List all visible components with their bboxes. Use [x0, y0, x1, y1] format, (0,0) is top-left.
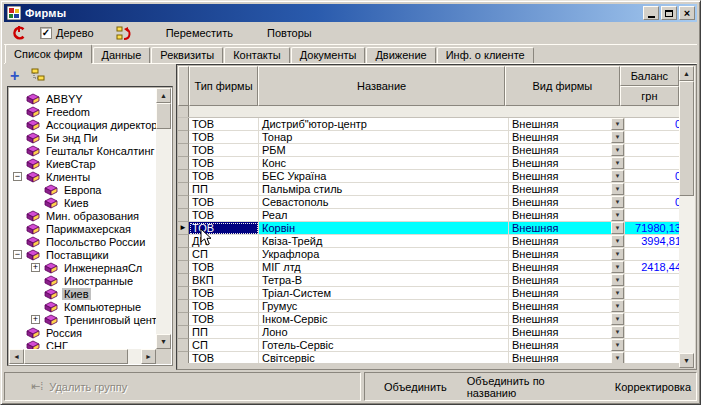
tree-scroll-up-icon[interactable]: ▲: [156, 88, 171, 103]
cell-type[interactable]: ВКП: [189, 274, 259, 287]
tree-item[interactable]: Европа: [9, 183, 156, 196]
cell-name[interactable]: Тетра-В: [259, 274, 509, 287]
cell-name[interactable]: БЕС Україна: [259, 170, 509, 183]
row-selector[interactable]: [178, 352, 189, 363]
cell-name[interactable]: Корвін: [259, 222, 509, 235]
row-selector[interactable]: [178, 339, 189, 352]
cell-kind[interactable]: Внешняя▼: [509, 222, 625, 235]
column-header-kind[interactable]: Вид фирмы: [505, 66, 620, 106]
cell-name[interactable]: Квіза-Трейд: [259, 235, 509, 248]
cell-type[interactable]: ТОВ: [189, 144, 259, 157]
tree-item[interactable]: Россия: [9, 326, 156, 339]
cell-name[interactable]: Тріал-Систем: [259, 287, 509, 300]
table-scroll-thumb[interactable]: [679, 81, 694, 196]
column-header-type[interactable]: Тип фирмы: [189, 66, 258, 106]
cell-kind[interactable]: Внешняя▼: [509, 248, 625, 261]
tree-structure-icon[interactable]: [31, 67, 47, 85]
cell-kind[interactable]: Внешняя▼: [509, 157, 625, 170]
cell-kind[interactable]: Внешняя▼: [509, 274, 625, 287]
cell-name[interactable]: Дистриб"ютор-центр: [259, 118, 509, 131]
table-row[interactable]: ВКПТетра-ВВнешняя▼: [178, 274, 679, 287]
table-row[interactable]: ТОВТріал-СистемВнешняя▼: [178, 287, 679, 300]
cell-type[interactable]: ТОВ: [189, 209, 259, 222]
cell-balance[interactable]: 3994,81: [625, 235, 679, 248]
cell-kind[interactable]: Внешняя▼: [509, 352, 625, 363]
cell-balance[interactable]: 71980,13: [625, 222, 679, 235]
table-scroll-up-icon[interactable]: ▲: [679, 66, 694, 81]
cell-kind[interactable]: Внешняя▼: [509, 326, 625, 339]
cell-name[interactable]: Тонар: [259, 131, 509, 144]
tab[interactable]: Документы: [291, 47, 366, 63]
cell-balance[interactable]: 2418,44: [625, 261, 679, 274]
dropdown-arrow-icon[interactable]: ▼: [611, 183, 624, 195]
dropdown-arrow-icon[interactable]: ▼: [611, 352, 624, 363]
dropdown-arrow-icon[interactable]: ▼: [611, 300, 624, 312]
cell-name[interactable]: Готель-Сервіс: [259, 339, 509, 352]
cell-kind[interactable]: Внешняя▼: [509, 300, 625, 313]
filter-row[interactable]: [178, 106, 679, 118]
row-selector[interactable]: [178, 196, 189, 209]
cell-name[interactable]: Лоно: [259, 326, 509, 339]
cell-name[interactable]: Світсервіс: [259, 352, 509, 363]
dropdown-arrow-icon[interactable]: ▼: [611, 248, 624, 260]
tree-item[interactable]: Ассоциация директоров шк: [9, 118, 156, 131]
row-selector[interactable]: [178, 170, 189, 183]
table-row[interactable]: СПГотель-СервісВнешняя▼: [178, 339, 679, 352]
cell-type[interactable]: ТОВ: [189, 313, 259, 326]
tree-item[interactable]: Посольство России: [9, 235, 156, 248]
dropdown-arrow-icon[interactable]: ▼: [611, 261, 624, 273]
tree-horizontal-scrollbar[interactable]: ◄ ►: [9, 349, 156, 364]
dropdown-arrow-icon[interactable]: ▼: [611, 235, 624, 247]
tree-item[interactable]: Киев: [9, 287, 156, 300]
dropdown-arrow-icon[interactable]: ▼: [611, 170, 624, 182]
column-header-name[interactable]: Название: [258, 66, 505, 106]
merge-by-name-button[interactable]: Объединить по названию: [462, 374, 600, 400]
cell-kind[interactable]: Внешняя▼: [509, 144, 625, 157]
dropdown-arrow-icon[interactable]: ▼: [611, 313, 624, 325]
table-row[interactable]: ПППальміра стильВнешняя▼: [178, 183, 679, 196]
tab[interactable]: Данные: [93, 47, 151, 63]
cell-kind[interactable]: Внешняя▼: [509, 287, 625, 300]
table-row[interactable]: ТОВСевастопольВнешняя▼0: [178, 196, 679, 209]
tree-item[interactable]: Мин. образования: [9, 209, 156, 222]
tab[interactable]: Контакты: [224, 47, 290, 63]
row-selector[interactable]: [178, 287, 189, 300]
cell-kind[interactable]: Внешняя▼: [509, 196, 625, 209]
row-selector[interactable]: [178, 183, 189, 196]
tree-item[interactable]: +ИнженернаяСл: [9, 261, 156, 274]
tree-item[interactable]: Компьютерные: [9, 300, 156, 313]
cell-type[interactable]: ТОВ: [189, 157, 259, 170]
tree-item[interactable]: КиевСтар: [9, 157, 156, 170]
cell-name[interactable]: Украфлора: [259, 248, 509, 261]
row-selector[interactable]: [178, 248, 189, 261]
tree-item[interactable]: ABBYY: [9, 92, 156, 105]
tree-item[interactable]: Парикмахерская: [9, 222, 156, 235]
table-row[interactable]: ДПКвіза-ТрейдВнешняя▼3994,81: [178, 235, 679, 248]
cell-name[interactable]: Інком-Сервіс: [259, 313, 509, 326]
dropdown-arrow-icon[interactable]: ▼: [611, 222, 624, 234]
cell-type[interactable]: ПП: [189, 183, 259, 196]
row-selector[interactable]: [178, 118, 189, 131]
correction-button[interactable]: Корректировка: [610, 380, 696, 394]
cell-name[interactable]: Севастополь: [259, 196, 509, 209]
repeats-button[interactable]: Повторы: [259, 25, 320, 41]
tree-hscroll-thumb[interactable]: [24, 349, 128, 364]
tree-item[interactable]: Freedom: [9, 105, 156, 118]
cell-kind[interactable]: Внешняя▼: [509, 131, 625, 144]
cell-kind[interactable]: Внешняя▼: [509, 183, 625, 196]
row-selector[interactable]: [178, 300, 189, 313]
cell-balance[interactable]: [625, 313, 679, 326]
cell-type[interactable]: СП: [189, 339, 259, 352]
tree-scroll-down-icon[interactable]: ▼: [156, 334, 171, 349]
tab[interactable]: Реквизиты: [151, 47, 223, 63]
cell-type[interactable]: ТОВ: [189, 131, 259, 144]
table-row[interactable]: ТОВБЕС УкраїнаВнешняя▼0: [178, 170, 679, 183]
dropdown-arrow-icon[interactable]: ▼: [611, 118, 624, 130]
cell-balance[interactable]: [625, 183, 679, 196]
move-tree-icon-button[interactable]: [116, 25, 134, 41]
dropdown-arrow-icon[interactable]: ▼: [611, 144, 624, 156]
row-selector[interactable]: [178, 144, 189, 157]
table-row[interactable]: ППЛоноВнешняя▼: [178, 326, 679, 339]
cell-balance[interactable]: [625, 157, 679, 170]
row-selector[interactable]: [178, 209, 189, 222]
